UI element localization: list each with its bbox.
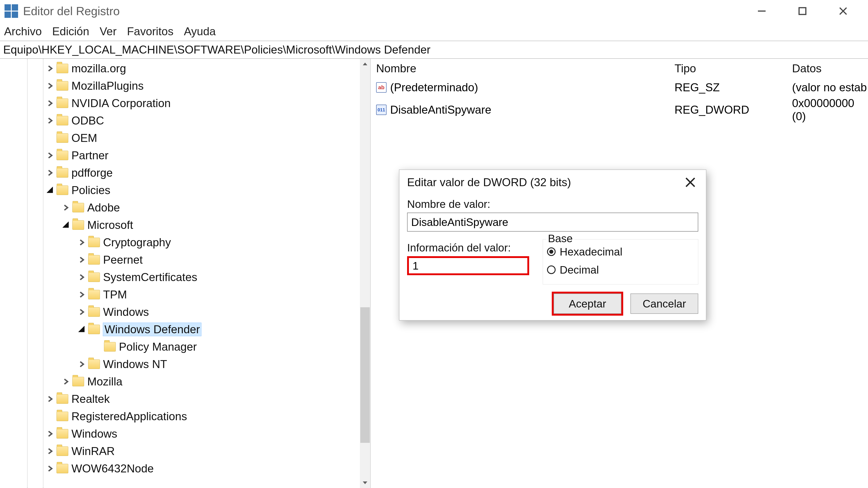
value-name-input[interactable] [407, 213, 698, 232]
tree-node[interactable]: Windows [0, 303, 360, 321]
folder-icon [57, 116, 68, 125]
tree-node[interactable]: Windows NT [0, 355, 360, 373]
tree-node[interactable]: Peernet [0, 251, 360, 268]
tree-node[interactable]: mozilla.org [0, 60, 360, 77]
chevron-right-icon[interactable] [45, 98, 56, 109]
cancel-button[interactable]: Cancelar [630, 293, 698, 314]
chevron-down-icon[interactable] [76, 324, 87, 335]
chevron-right-icon[interactable] [45, 150, 56, 161]
scroll-up-icon[interactable] [360, 59, 370, 69]
chevron-down-icon[interactable] [61, 220, 71, 230]
chevron-right-icon[interactable] [76, 359, 87, 369]
tree-scrollbar[interactable] [360, 59, 370, 488]
registry-tree[interactable]: mozilla.orgMozillaPluginsNVIDIA Corporat… [0, 59, 360, 488]
tree-node-label: Realtek [71, 392, 110, 405]
edit-dword-dialog: Editar valor de DWORD (32 bits) Nombre d… [399, 169, 706, 321]
tree-node-label: Policy Manager [119, 340, 197, 353]
base-label: Base [546, 232, 575, 245]
menu-help[interactable]: Ayuda [184, 25, 216, 38]
list-row[interactable]: 011DisableAntiSpywareREG_DWORD0x00000000… [371, 97, 868, 115]
chevron-right-icon[interactable] [61, 376, 71, 387]
folder-icon [88, 325, 100, 334]
chevron-right-icon[interactable] [45, 428, 56, 439]
tree-node-label: OEM [71, 131, 97, 144]
address-bar[interactable]: Equipo\HKEY_LOCAL_MACHINE\SOFTWARE\Polic… [0, 41, 868, 59]
folder-icon [57, 64, 68, 73]
tree-node[interactable]: ODBC [0, 112, 360, 129]
tree-node[interactable]: Partner [0, 147, 360, 164]
tree-node-label: MozillaPlugins [71, 79, 144, 92]
tree-node[interactable]: SystemCertificates [0, 268, 360, 286]
tree-node[interactable]: Policies [0, 182, 360, 199]
tree-node[interactable]: pdfforge [0, 164, 360, 182]
tree-node-label: Windows [103, 305, 149, 319]
chevron-right-icon[interactable] [76, 306, 87, 318]
folder-icon [88, 255, 100, 265]
menu-view[interactable]: Ver [100, 25, 117, 38]
value-name: (Predeterminado) [390, 81, 478, 94]
maximize-button[interactable] [782, 0, 823, 22]
radio-dot-icon [547, 265, 556, 274]
col-name[interactable]: Nombre [371, 59, 669, 78]
chevron-right-icon[interactable] [45, 394, 56, 404]
folder-icon [57, 133, 68, 143]
tree-node-label: Adobe [87, 201, 120, 214]
scroll-thumb[interactable] [360, 307, 370, 443]
minimize-button[interactable] [741, 0, 782, 22]
tree-node[interactable]: RegisteredApplications [0, 408, 360, 425]
tree-node[interactable]: WOW6432Node [0, 460, 360, 477]
close-button[interactable] [823, 0, 864, 22]
tree-node[interactable]: Mozilla [0, 373, 360, 390]
radio-hexadecimal[interactable]: Hexadecimal [547, 242, 694, 261]
folder-icon [57, 81, 68, 91]
tree-node[interactable]: WinRAR [0, 442, 360, 460]
chevron-right-icon[interactable] [45, 446, 56, 457]
tree-node[interactable]: TPM [0, 286, 360, 303]
chevron-right-icon[interactable] [45, 167, 56, 178]
tree-node[interactable]: Adobe [0, 199, 360, 216]
chevron-down-icon[interactable] [45, 185, 56, 196]
tree-node[interactable]: Cryptography [0, 234, 360, 251]
menu-file[interactable]: Archivo [4, 25, 42, 38]
col-data[interactable]: Datos [786, 59, 868, 78]
folder-icon [57, 186, 68, 195]
tree-node[interactable]: Windows [0, 425, 360, 442]
menu-fav[interactable]: Favoritos [127, 25, 174, 38]
chevron-right-icon[interactable] [45, 63, 56, 74]
chevron-right-icon[interactable] [45, 115, 56, 126]
chevron-right-icon[interactable] [45, 80, 56, 91]
list-row[interactable]: ab(Predeterminado)REG_SZ(valor no estab [371, 78, 868, 97]
chevron-right-icon[interactable] [76, 272, 87, 283]
tree-node[interactable]: Policy Manager [0, 338, 360, 355]
chevron-right-icon[interactable] [45, 463, 56, 474]
radio-decimal[interactable]: Decimal [547, 261, 694, 279]
chevron-right-icon[interactable] [61, 202, 71, 213]
value-data: 0x00000000 (0) [786, 97, 868, 123]
tree-node[interactable]: Microsoft [0, 216, 360, 234]
ok-button[interactable]: Aceptar [554, 293, 621, 314]
tree-node[interactable]: OEM [0, 129, 360, 147]
chevron-right-icon[interactable] [76, 254, 87, 265]
tree-node[interactable]: Realtek [0, 390, 360, 408]
value-data: (valor no estab [786, 81, 868, 94]
value-name: DisableAntiSpyware [390, 103, 491, 116]
dialog-close-button[interactable] [682, 174, 698, 190]
tree-node[interactable]: NVIDIA Corporation [0, 94, 360, 112]
tree-node-label: Policies [71, 184, 110, 197]
list-header[interactable]: Nombre Tipo Datos [371, 59, 868, 78]
scroll-down-icon[interactable] [360, 478, 370, 488]
tree-node[interactable]: Windows Defender [0, 321, 360, 338]
value-data-input[interactable] [407, 256, 529, 275]
svg-marker-5 [64, 223, 68, 227]
tree-node[interactable]: MozillaPlugins [0, 77, 360, 94]
tree-node-label: Cryptography [103, 236, 171, 249]
col-type[interactable]: Tipo [669, 59, 786, 78]
no-caret [45, 133, 56, 143]
radio-hex-label: Hexadecimal [560, 246, 622, 258]
app-icon [4, 4, 18, 18]
chevron-right-icon[interactable] [76, 237, 87, 248]
chevron-right-icon[interactable] [76, 289, 87, 300]
tree-node-label: ODBC [71, 114, 104, 127]
tree-node-label: mozilla.org [71, 62, 126, 75]
menu-edit[interactable]: Edición [52, 25, 89, 38]
